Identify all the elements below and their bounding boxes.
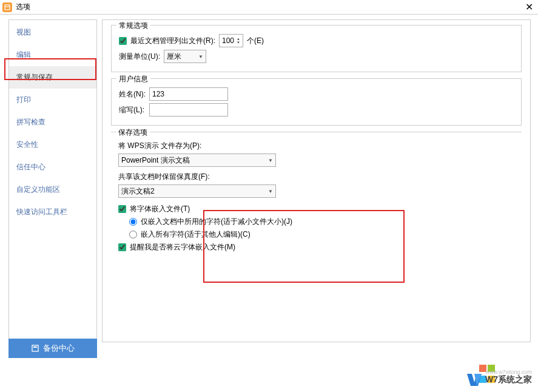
recent-docs-unit: 个(E) (247, 36, 264, 46)
backup-center-button[interactable]: 备份中心 (8, 339, 97, 358)
titlebar: 选项 ✕ (0, 0, 538, 15)
sidebar-item-edit[interactable]: 编辑 (9, 44, 96, 66)
group-save: 保存选项 将 WPS演示 文件存为(P): PowerPoint 演示文稿 ▼ … (111, 132, 522, 252)
sidebar-item-spellcheck[interactable]: 拼写检查 (9, 111, 96, 133)
initials-label: 缩写(L): (119, 105, 149, 115)
sidebar-item-view[interactable]: 视图 (9, 21, 96, 44)
svg-rect-3 (33, 346, 37, 348)
spinner-down-icon[interactable]: ▼ (235, 41, 241, 44)
measure-unit-label: 测量单位(U): (119, 52, 160, 62)
svg-rect-0 (5, 5, 10, 10)
window-title: 选项 (16, 2, 30, 12)
sidebar-item-general-save[interactable]: 常规与保存 (9, 66, 96, 89)
group-general: 常规选项 最近文档管理列出文件(R): 100 ▲▼ 个(E) 测量单位(U):… (111, 25, 522, 72)
svg-rect-2 (32, 345, 38, 351)
sidebar-item-trust-center[interactable]: 信任中心 (9, 156, 96, 178)
embed-used-label: 仅嵌入文档中所用的字符(适于减小文件大小)(J) (141, 217, 292, 227)
embed-fonts-checkbox[interactable] (118, 205, 126, 213)
chevron-down-icon: ▼ (268, 158, 273, 163)
chevron-down-icon: ▼ (268, 189, 273, 194)
w7-logo-icon (466, 371, 483, 388)
content-panel: 常规选项 最近文档管理列出文件(R): 100 ▲▼ 个(E) 测量单位(U):… (102, 19, 531, 342)
remind-cloud-checkbox[interactable] (118, 243, 126, 251)
fidelity-combo[interactable]: 演示文稿2 ▼ (118, 184, 276, 198)
backup-icon (31, 344, 39, 353)
fidelity-label: 共享该文档时保留保真度(F): (118, 172, 210, 182)
recent-docs-checkbox[interactable] (119, 37, 127, 45)
embed-all-radio[interactable] (129, 231, 137, 238)
group-save-title: 保存选项 (116, 127, 150, 138)
sidebar: 视图 编辑 常规与保存 打印 拼写检查 安全性 信任中心 自定义功能区 快速访问… (8, 19, 97, 342)
remind-cloud-label: 提醒我是否将云字体嵌入文件(M) (130, 242, 235, 252)
recent-docs-spinner[interactable]: 100 ▲▼ (219, 34, 243, 47)
sidebar-item-quick-access[interactable]: 快速访问工具栏 (9, 201, 96, 223)
save-as-label: 将 WPS演示 文件存为(P): (118, 141, 201, 151)
watermark: W7系统之家 (466, 371, 532, 388)
name-label: 姓名(N): (119, 89, 149, 100)
group-user-info: 用户信息 姓名(N): 缩写(L): (111, 78, 522, 126)
name-input[interactable] (149, 87, 228, 101)
close-icon[interactable]: ✕ (523, 1, 536, 13)
initials-input[interactable] (149, 103, 228, 117)
embed-used-radio[interactable] (129, 218, 137, 226)
app-icon (2, 2, 12, 12)
sidebar-item-customize-ribbon[interactable]: 自定义功能区 (9, 178, 96, 201)
group-general-title: 常规选项 (116, 21, 150, 31)
embed-all-label: 嵌入所有字符(适于其他人编辑)(C) (141, 229, 251, 240)
group-user-info-title: 用户信息 (116, 74, 150, 84)
measure-unit-combo[interactable]: 厘米 ▼ (164, 50, 206, 63)
sidebar-item-print[interactable]: 打印 (9, 89, 96, 111)
chevron-down-icon: ▼ (198, 54, 203, 59)
recent-docs-label: 最近文档管理列出文件(R): (130, 36, 215, 46)
sidebar-item-security[interactable]: 安全性 (9, 133, 96, 156)
save-as-combo[interactable]: PowerPoint 演示文稿 ▼ (118, 154, 276, 167)
embed-fonts-label: 将字体嵌入文件(T) (130, 204, 190, 214)
